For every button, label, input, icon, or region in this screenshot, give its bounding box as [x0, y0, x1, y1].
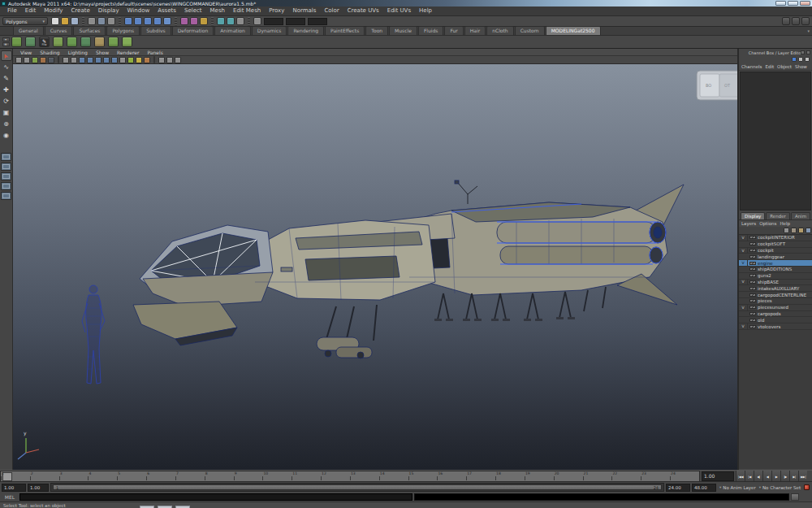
shelf-poly-stack-button[interactable] — [25, 37, 36, 47]
channel-box-menu-item[interactable]: Show — [795, 64, 807, 69]
menu-item[interactable]: Display — [94, 7, 123, 15]
create-empty-layer-button[interactable] — [798, 228, 804, 233]
snap-to-curve-icon[interactable] — [134, 17, 142, 25]
current-time-field[interactable]: 1.00 — [702, 471, 734, 481]
manip-mode-icon[interactable] — [792, 57, 797, 62]
hypershade-persp-layout[interactable] — [1, 182, 11, 190]
playback-end-field[interactable]: 24.00 — [666, 484, 690, 492]
panel-menu-item[interactable]: Shading — [36, 50, 63, 55]
anim-layer-dropdown[interactable]: ▾ No Anim Layer — [719, 484, 756, 492]
human-scale-reference-model[interactable] — [82, 285, 105, 384]
layer-row[interactable]: V piecesunused — [739, 305, 812, 311]
shelf-tab[interactable]: Fluids — [418, 26, 444, 35]
menu-item[interactable]: Modify — [40, 7, 67, 15]
shelf-menu-button[interactable]: ≡ — [2, 42, 10, 46]
script-editor-icon[interactable] — [791, 493, 799, 501]
channel-box-menu-item[interactable]: Edit — [765, 64, 774, 69]
menu-item[interactable]: Edit UVs — [383, 7, 415, 15]
shelf-tab[interactable]: Curves — [45, 26, 73, 35]
timeline-frame-cell[interactable]: 5 — [117, 471, 146, 481]
title-bar[interactable]: Autodesk Maya 2011 x64: D:\maya\projects… — [0, 0, 812, 7]
image-plane-icon[interactable] — [40, 57, 46, 63]
timeline-frame-cell[interactable]: 16 — [437, 471, 466, 481]
soft-modification-tool[interactable]: ◉ — [1, 130, 12, 141]
step-forward-frame-button[interactable]: ▶| — [789, 471, 798, 482]
field-chart-icon[interactable] — [95, 57, 102, 63]
maximize-button[interactable] — [788, 1, 798, 6]
shelf-tab[interactable]: Rendering — [287, 26, 324, 35]
film-gate-icon[interactable] — [71, 57, 77, 63]
snap-to-point-icon[interactable] — [144, 17, 152, 25]
safe-title-icon[interactable] — [111, 57, 118, 63]
layer-row[interactable]: V engine — [739, 260, 812, 267]
layer-editor-menu-item[interactable]: Help — [780, 221, 790, 226]
layer-visibility-toggle[interactable]: V — [739, 323, 748, 329]
shadows-icon[interactable] — [136, 57, 142, 63]
character-set-dropdown[interactable]: ▾ No Character Set — [759, 484, 801, 492]
toggle-channel-box-button[interactable] — [801, 17, 810, 25]
fill-selection-icon[interactable] — [119, 57, 126, 63]
paint-select-tool[interactable]: ✎ — [1, 73, 12, 84]
shelf-tab[interactable]: Toon — [365, 26, 388, 35]
shelf-tab[interactable]: Dynamics — [252, 26, 287, 35]
outliner-persp-layout[interactable] — [1, 192, 11, 200]
layer-visibility-toggle[interactable]: V — [739, 279, 748, 284]
layer-color-swatch[interactable] — [749, 262, 756, 265]
layer-visibility-toggle[interactable]: V — [739, 235, 748, 241]
layer-color-swatch[interactable] — [749, 280, 756, 284]
divider[interactable] — [153, 56, 155, 63]
layer-color-swatch[interactable] — [749, 255, 756, 258]
divider[interactable] — [82, 17, 84, 26]
menu-item[interactable]: Help — [415, 7, 436, 15]
coordinate-field-y[interactable] — [286, 18, 305, 25]
menu-item[interactable]: Assets — [153, 7, 180, 15]
timeline-frame-cell[interactable]: 7 — [175, 471, 205, 481]
input-mode-selector-icon[interactable] — [253, 17, 261, 25]
wireframe-on-shaded-icon[interactable] — [175, 57, 181, 63]
scale-tool[interactable]: ▣ — [1, 107, 12, 118]
layer-color-swatch[interactable] — [749, 306, 756, 309]
timeline-frame-cell[interactable]: 19 — [525, 471, 554, 481]
timeline-frame-cell[interactable]: 21 — [583, 471, 612, 481]
channel-box-menu-item[interactable]: Channels — [741, 64, 762, 69]
render-current-frame-icon[interactable] — [217, 17, 225, 25]
slow-speed-icon[interactable] — [798, 57, 803, 62]
select-by-hierarchy-icon[interactable] — [88, 17, 96, 25]
minimize-button[interactable] — [775, 1, 786, 6]
go-to-playback-start-button[interactable]: |◀◀ — [736, 471, 745, 482]
universal-manipulator-tool[interactable]: ⊕ — [1, 119, 12, 129]
open-scene-icon[interactable] — [61, 17, 69, 25]
layer-visibility-toggle[interactable]: V — [739, 260, 748, 266]
timeline-frame-cell[interactable]: 24 — [670, 471, 699, 481]
save-scene-icon[interactable] — [71, 17, 79, 25]
shaded-display-icon[interactable] — [48, 57, 54, 63]
timeline-frame-cell[interactable]: 23 — [641, 471, 670, 481]
shelf-poly-plane-button[interactable] — [53, 37, 63, 47]
shelf-tab[interactable]: Animation — [214, 26, 251, 35]
shelf-tab[interactable]: Polygons — [106, 26, 140, 35]
shelf-tab[interactable]: General — [13, 26, 44, 35]
coordinate-field-z[interactable] — [308, 18, 327, 25]
range-slider-bar[interactable]: 1 24 — [53, 484, 662, 490]
layer-row[interactable]: cargopods — [739, 311, 812, 318]
menu-item[interactable]: Proxy — [265, 7, 288, 15]
command-input-field[interactable] — [19, 493, 412, 501]
layer-row[interactable]: cargopodCENTERLINE — [739, 292, 812, 298]
shelf-extrude-button[interactable] — [94, 37, 105, 47]
layer-row[interactable]: V shipBASE — [739, 280, 812, 286]
panel-menu-item[interactable]: Panels — [143, 50, 166, 55]
layer-row[interactable]: cockpitSOFT — [739, 241, 812, 248]
layer-editor-tab[interactable]: Render — [766, 212, 790, 219]
safe-action-icon[interactable] — [103, 57, 110, 63]
grid-icon[interactable] — [63, 57, 69, 63]
shelf-tab[interactable]: MODELINGat2500 — [546, 26, 601, 35]
layer-row[interactable]: guns2 — [739, 273, 812, 280]
shelf-tab[interactable]: Hair — [464, 26, 486, 35]
timeline-frame-cell[interactable]: 3 — [59, 471, 89, 481]
snap-to-projected-center-icon[interactable] — [153, 17, 162, 25]
layer-visibility-toggle[interactable]: V — [739, 248, 748, 254]
layer-row[interactable]: landinggear — [739, 254, 812, 260]
menu-item[interactable]: Color — [320, 7, 343, 15]
shelf-poly-rock-button[interactable] — [67, 37, 77, 47]
panel-menu-item[interactable]: View — [16, 50, 36, 55]
